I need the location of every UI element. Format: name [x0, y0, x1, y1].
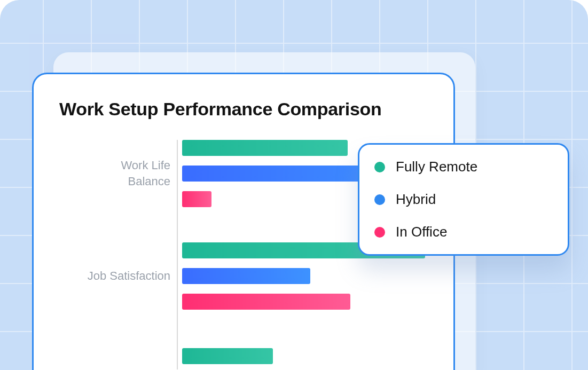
legend-label-office: In Office [396, 224, 447, 240]
legend-dot-icon [374, 162, 385, 172]
legend-item-remote: Fully Remote [374, 159, 553, 175]
bar-jobsat-hybrid [182, 268, 310, 284]
legend-label-hybrid: Hybrid [396, 191, 436, 208]
bar-worklife-remote [182, 140, 348, 156]
legend-item-hybrid: Hybrid [374, 191, 553, 208]
legend-label-remote: Fully Remote [396, 159, 477, 175]
legend-box: Fully Remote Hybrid In Office [358, 143, 569, 256]
chart-title: Work Setup Performance Comparison [59, 99, 428, 120]
legend-item-office: In Office [374, 224, 553, 240]
bar-worklife-office [182, 191, 211, 207]
bars-partial [182, 348, 273, 369]
category-label-worklife: Work LifeBalance [64, 158, 170, 189]
category-group-partial [59, 348, 428, 369]
legend-dot-icon [374, 194, 385, 205]
bar-jobsat-office [182, 294, 350, 310]
outer-frame: Work Setup Performance Comparison Work L… [0, 0, 588, 370]
category-label-jobsat: Job Satisfaction [64, 268, 170, 284]
legend-dot-icon [374, 227, 385, 238]
bar-partial-remote [182, 348, 273, 364]
